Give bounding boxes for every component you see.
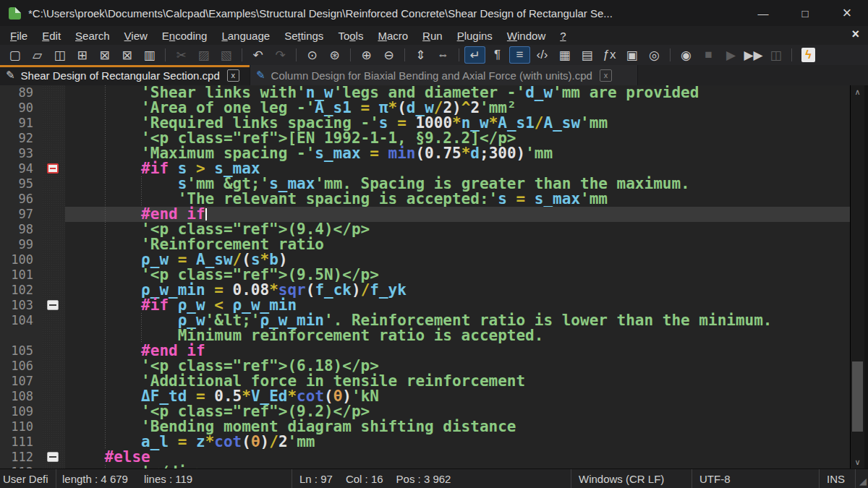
code-text[interactable]: s'mm &gt;'s_max'mm. Spacing is greater t… bbox=[65, 176, 850, 192]
code-token: z bbox=[196, 433, 205, 450]
tab-active[interactable]: ✎Shear Design of Rectangular Section.cpd… bbox=[0, 65, 250, 85]
menu-edit[interactable]: Edit bbox=[35, 28, 68, 43]
code-text[interactable]: '<p class="ref">[EN 1992-1-1, §9.2.2]</p… bbox=[65, 131, 850, 146]
menu-macro[interactable]: Macro bbox=[370, 28, 415, 43]
code-text[interactable]: 'Additional force in tensile reinforceme… bbox=[65, 374, 850, 389]
code-text[interactable]: Minimum reinforcement ratio is accepted. bbox=[65, 328, 850, 343]
code-line-95: 95s'mm &gt;'s_max'mm. Spacing is greater… bbox=[0, 176, 850, 192]
monitor-icon[interactable]: ▣ bbox=[621, 46, 642, 64]
line-number bbox=[0, 328, 42, 343]
code-text[interactable]: #end if bbox=[65, 207, 850, 222]
scrollbar-thumb[interactable] bbox=[852, 361, 863, 432]
close-button[interactable]: × bbox=[826, 0, 868, 26]
code-text[interactable]: #if s > s_max bbox=[65, 161, 850, 176]
menu-plugins[interactable]: Plugins bbox=[450, 28, 500, 43]
code-text[interactable]: 'Area of one leg -'A_s1 = π*(d_w/2)^2'mm… bbox=[65, 100, 850, 116]
record-macro-icon[interactable]: ◉ bbox=[676, 46, 697, 64]
code-view[interactable]: 89'Shear links with'n_w'legs and diamete… bbox=[0, 85, 850, 468]
tab-close-button[interactable]: x bbox=[600, 69, 612, 82]
monitoring-icon[interactable]: ◎ bbox=[644, 46, 665, 64]
stop-macro-icon[interactable]: ■ bbox=[698, 46, 719, 64]
code-text[interactable]: 'Shear links with'n_w'legs and diameter … bbox=[65, 85, 850, 100]
line-number: 110 bbox=[0, 419, 42, 435]
fold-margin bbox=[42, 419, 65, 435]
menu-file[interactable]: File bbox=[3, 28, 35, 43]
code-text[interactable]: '<p class="ref">(9.4)</p> bbox=[65, 222, 850, 237]
code-text[interactable]: 'Bending moment diagram shifting distanc… bbox=[65, 419, 850, 435]
new-file-icon[interactable]: ▢ bbox=[4, 46, 25, 64]
document-map-icon[interactable]: ▦ bbox=[554, 46, 575, 64]
fold-collapse-marker-active[interactable] bbox=[47, 163, 59, 174]
replace-icon[interactable]: ⊛ bbox=[324, 46, 345, 64]
scroll-up-arrow-icon[interactable]: ∧ bbox=[851, 87, 864, 97]
code-text[interactable]: '<p class="ref">(6.18)</p> bbox=[65, 359, 850, 374]
zoom-out-icon[interactable]: ⊖ bbox=[378, 46, 399, 64]
code-line-89: 89'Shear links with'n_w'legs and diamete… bbox=[0, 85, 850, 100]
code-text[interactable]: 'Reinforcement ratio bbox=[65, 237, 850, 252]
maximize-button[interactable]: □ bbox=[784, 0, 826, 26]
play-macro-icon[interactable]: ▶ bbox=[720, 46, 741, 64]
code-text[interactable]: ρ_w = A_sw/(s*b) bbox=[65, 252, 850, 267]
code-text[interactable]: ΔF_td = 0.5*V_Ed*cot(θ)'kN bbox=[65, 389, 850, 404]
menu-view[interactable]: View bbox=[117, 28, 155, 43]
print-icon[interactable]: ▥ bbox=[139, 46, 160, 64]
code-token: = bbox=[178, 433, 187, 450]
menu-tools[interactable]: Tools bbox=[331, 28, 370, 43]
close-icon[interactable]: ⊠ bbox=[94, 46, 115, 64]
word-wrap-icon[interactable]: ↵ bbox=[464, 46, 485, 64]
indent-guide-icon[interactable]: ≡ bbox=[509, 46, 530, 64]
code-text[interactable]: #if ρ_w < ρ_w_min bbox=[65, 298, 850, 313]
fold-margin bbox=[42, 207, 65, 222]
code-token: #if bbox=[141, 296, 169, 314]
close-document-x-icon[interactable]: × bbox=[851, 27, 859, 42]
close-all-icon[interactable]: ⊠ bbox=[116, 46, 137, 64]
paste-icon[interactable]: ▧ bbox=[216, 46, 237, 64]
menu-help[interactable]: ? bbox=[553, 28, 573, 43]
redo-icon[interactable]: ↷ bbox=[270, 46, 291, 64]
sync-horizontal-scroll-icon[interactable]: ⇔ bbox=[433, 46, 454, 64]
code-text[interactable]: 'The relevant spacing is accepted:'s = s… bbox=[65, 192, 850, 207]
vertical-scrollbar[interactable]: ∧ ∨ bbox=[850, 85, 864, 468]
save-icon[interactable]: ◫ bbox=[49, 46, 70, 64]
code-text[interactable]: 'Required links spacing -'s = 1000*n_w*A… bbox=[65, 116, 850, 131]
code-text[interactable]: #else bbox=[65, 450, 850, 465]
sync-vertical-scroll-icon[interactable]: ⇕ bbox=[410, 46, 431, 64]
menu-language[interactable]: Language bbox=[214, 28, 277, 43]
user-defined-language-icon[interactable]: ‹/› bbox=[532, 46, 553, 64]
document-list-icon[interactable]: ▤ bbox=[576, 46, 597, 64]
function-list-icon[interactable]: ƒx bbox=[599, 46, 620, 64]
line-number: 97 bbox=[0, 207, 42, 222]
menu-encoding[interactable]: Encoding bbox=[155, 28, 215, 43]
menu-window[interactable]: Window bbox=[500, 28, 553, 43]
code-text[interactable]: a_l = z*cot(θ)/2'mm bbox=[65, 435, 850, 450]
menu-run[interactable]: Run bbox=[415, 28, 450, 43]
menu-settings[interactable]: Settings bbox=[277, 28, 331, 43]
tab-inactive[interactable]: ✎Column Design for Biaxial Bending and A… bbox=[250, 65, 638, 85]
fold-margin bbox=[42, 116, 65, 131]
code-text[interactable]: 'Maximum spacing -'s_max = min(0.75*d;30… bbox=[65, 146, 850, 161]
save-macro-icon[interactable]: ◫ bbox=[765, 46, 786, 64]
code-text[interactable]: ρ_w'&lt;'ρ_w_min'. Reinforcement ratio i… bbox=[65, 313, 850, 328]
code-text[interactable]: ρ_w_min = 0.08*sqr(f_ck)/f_yk bbox=[65, 283, 850, 298]
tab-close-button[interactable]: x bbox=[227, 69, 239, 82]
plugin-calcpad-icon[interactable]: ϟ bbox=[801, 48, 815, 62]
copy-icon[interactable]: ▨ bbox=[193, 46, 214, 64]
save-all-icon[interactable]: ⊞ bbox=[72, 46, 93, 64]
run-macro-multiple-icon[interactable]: ▶▶ bbox=[743, 46, 764, 64]
undo-icon[interactable]: ↶ bbox=[247, 46, 268, 64]
code-text[interactable]: '<p class="ref">(9.2)</p> bbox=[65, 404, 850, 419]
show-all-characters-icon[interactable]: ¶ bbox=[487, 46, 508, 64]
find-icon[interactable]: ⊙ bbox=[302, 46, 323, 64]
cut-icon[interactable]: ✂ bbox=[171, 46, 192, 64]
menu-search[interactable]: Search bbox=[68, 28, 117, 43]
open-file-icon[interactable]: ▱ bbox=[27, 46, 48, 64]
minimize-button[interactable]: — bbox=[742, 0, 784, 26]
zoom-in-icon[interactable]: ⊕ bbox=[356, 46, 377, 64]
fold-collapse-marker[interactable] bbox=[47, 452, 59, 462]
code-text[interactable]: '<p class="ref">(9.5N)</p> bbox=[65, 267, 850, 283]
scroll-down-arrow-icon[interactable]: ∨ bbox=[851, 457, 864, 467]
code-token: (0.75 bbox=[415, 145, 461, 162]
code-text[interactable]: #end if bbox=[65, 343, 850, 359]
resize-grip-icon[interactable]: ◢ bbox=[859, 471, 868, 487]
fold-collapse-marker[interactable] bbox=[47, 300, 59, 310]
